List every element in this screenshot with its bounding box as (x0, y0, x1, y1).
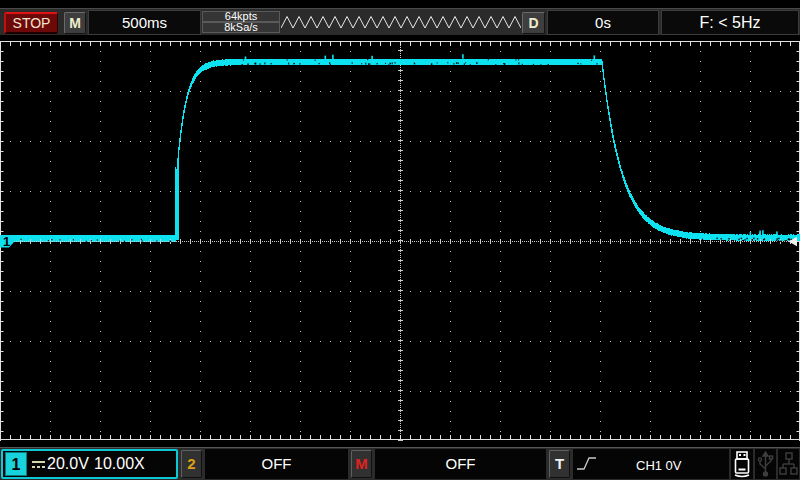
svg-text:1: 1 (3, 234, 10, 249)
